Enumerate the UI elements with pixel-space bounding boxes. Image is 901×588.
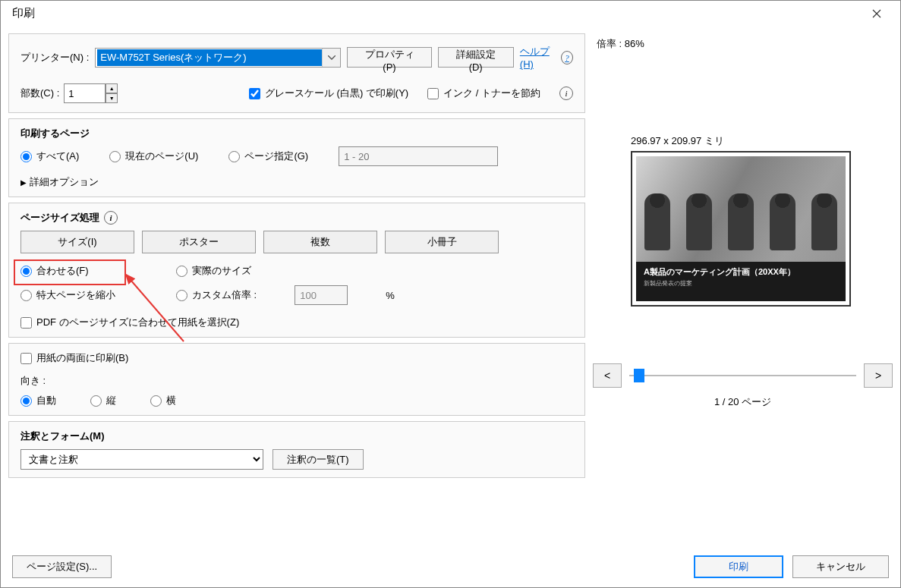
dialog-title: 印刷 <box>12 6 35 20</box>
page-slider[interactable] <box>629 364 856 387</box>
preview-dimensions: 296.97 x 209.97 ミリ <box>631 134 893 148</box>
page-range-input[interactable] <box>339 146 498 166</box>
tab-size[interactable]: サイズ(I) <box>20 231 134 253</box>
save-ink-checkbox[interactable]: インク / トナーを節約 <box>427 86 540 100</box>
close-icon <box>872 9 881 18</box>
page-counter: 1 / 20 ページ <box>593 395 893 409</box>
comments-summary-button[interactable]: 注釈の一覧(T) <box>273 449 364 470</box>
slider-thumb[interactable] <box>634 369 644 382</box>
custom-scale-radio[interactable]: カスタム倍率 : <box>176 288 257 302</box>
fit-radio[interactable]: 合わせる(F) <box>20 264 138 278</box>
tab-multiple[interactable]: 複数 <box>263 231 377 253</box>
info-icon[interactable]: i <box>559 86 573 100</box>
tab-poster[interactable]: ポスター <box>142 231 256 253</box>
paper-match-checkbox[interactable]: PDF のページサイズに合わせて用紙を選択(Z) <box>20 316 573 329</box>
pages-section-title: 印刷するページ <box>20 127 573 140</box>
comments-section-title: 注釈とフォーム(M) <box>20 429 573 443</box>
close-button[interactable] <box>859 2 894 25</box>
printer-label: プリンター(N) : <box>20 51 89 64</box>
custom-scale-input[interactable] <box>295 285 348 305</box>
titlebar: 印刷 <box>1 1 900 26</box>
page-setup-button[interactable]: ページ設定(S)... <box>12 555 112 578</box>
pages-current-radio[interactable]: 現在のページ(U) <box>109 149 198 163</box>
orient-portrait-radio[interactable]: 縦 <box>90 394 116 407</box>
copies-input[interactable] <box>64 83 106 103</box>
printer-select[interactable]: EW-M752T Series(ネットワーク) <box>95 48 341 68</box>
grayscale-checkbox[interactable]: グレースケール (白黒) で印刷(Y) <box>249 86 408 100</box>
actual-size-radio[interactable]: 実際のサイズ <box>176 264 251 278</box>
advanced-settings-button[interactable]: 詳細設定(D) <box>438 47 514 68</box>
copies-label: 部数(C) : <box>20 86 59 100</box>
pages-range-radio[interactable]: ページ指定(G) <box>228 149 308 163</box>
tab-booklet[interactable]: 小冊子 <box>385 231 499 253</box>
pages-all-radio[interactable]: すべて(A) <box>20 149 79 163</box>
print-preview: A製品のマーケティング計画（20XX年） 新製品発表の提案 <box>631 151 851 307</box>
printer-value: EW-M752T Series(ネットワーク) <box>97 49 322 66</box>
duplex-checkbox[interactable]: 用紙の両面に印刷(B) <box>20 351 573 365</box>
preview-image: A製品のマーケティング計画（20XX年） 新製品発表の提案 <box>636 156 846 301</box>
properties-button[interactable]: プロパティ(P) <box>347 47 431 68</box>
copies-spinbox[interactable]: ▲ ▼ <box>64 83 118 103</box>
orientation-label: 向き : <box>20 374 573 388</box>
orient-landscape-radio[interactable]: 横 <box>150 394 176 407</box>
help-link[interactable]: ヘルプ(H) ? <box>520 45 573 70</box>
shrink-radio[interactable]: 特大ページを縮小 <box>20 288 138 302</box>
print-button[interactable]: 印刷 <box>694 555 783 578</box>
triangle-right-icon: ▶ <box>20 178 27 187</box>
prev-page-button[interactable]: < <box>593 363 622 388</box>
more-options-disclosure[interactable]: ▶ 詳細オプション <box>20 175 573 189</box>
chevron-down-icon <box>322 49 340 67</box>
preview-doc-subtitle: 新製品発表の提案 <box>644 279 838 288</box>
preview-doc-title: A製品のマーケティング計画（20XX年） <box>644 266 838 278</box>
copies-up-button[interactable]: ▲ <box>106 83 118 93</box>
comments-select[interactable]: 文書と注釈 <box>20 449 263 470</box>
cancel-button[interactable]: キャンセル <box>792 555 889 578</box>
copies-down-button[interactable]: ▼ <box>106 93 118 103</box>
help-icon: ? <box>561 51 573 64</box>
scale-label: 倍率 : 86% <box>597 37 893 51</box>
next-page-button[interactable]: > <box>864 363 893 388</box>
print-dialog: 印刷 プリンター(N) : EW-M752T Series(ネットワーク) <box>0 0 901 588</box>
pagesize-section-title: ページサイズ処理 i <box>20 211 573 225</box>
orient-auto-radio[interactable]: 自動 <box>20 394 56 407</box>
info-icon[interactable]: i <box>104 211 118 225</box>
